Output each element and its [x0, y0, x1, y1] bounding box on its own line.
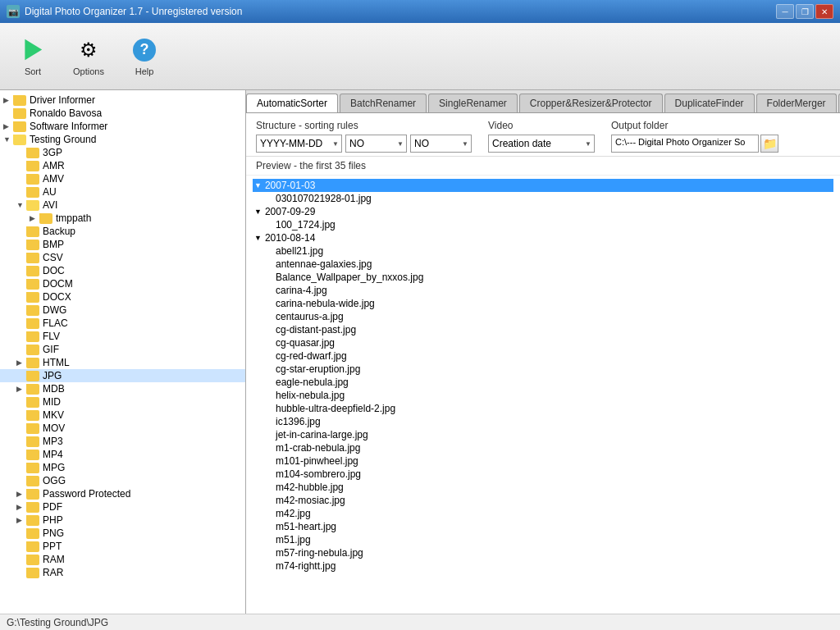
- output-label: Output folder: [611, 120, 778, 131]
- tree-item[interactable]: FLV: [0, 330, 245, 343]
- preview-file-item[interactable]: m1-crab-nebula.jpg: [253, 441, 833, 454]
- preview-file-item[interactable]: m51-heart.jpg: [253, 520, 833, 533]
- tree-item[interactable]: BMP: [0, 238, 245, 251]
- preview-file-item[interactable]: m51.jpg: [253, 533, 833, 546]
- preview-file-item[interactable]: m101-pinwheel.jpg: [253, 454, 833, 468]
- tab-cropper[interactable]: Cropper&Resizer&Protector: [519, 94, 663, 112]
- preview-file-item[interactable]: centaurus-a.jpg: [253, 310, 833, 323]
- preview-file-item[interactable]: m42-hubble.jpg: [253, 481, 833, 494]
- folder-icon: [26, 148, 39, 158]
- tree-item[interactable]: FLAC: [0, 317, 245, 330]
- preview-file-item[interactable]: m104-sombrero.jpg: [253, 468, 833, 481]
- preview-file-item[interactable]: m74-rightt.jpg: [253, 559, 833, 573]
- tree-item[interactable]: Backup: [0, 225, 245, 238]
- video-label: Video: [488, 120, 595, 131]
- folder-icon: [26, 318, 39, 329]
- preview-file-item[interactable]: 100_1724.jpg: [253, 218, 833, 231]
- preview-date-row[interactable]: ▼2010-08-14: [253, 231, 833, 244]
- tree-item[interactable]: PPT: [0, 540, 245, 553]
- preview-file-item[interactable]: eagle-nebula.jpg: [253, 376, 833, 389]
- tree-item[interactable]: DOCM: [0, 277, 245, 290]
- date-format-select[interactable]: YYYY-MM-DD YYYY-MM YYYY MM-DD-YYYY DD-MM…: [256, 135, 342, 153]
- preview-file-item[interactable]: m57-ring-nebula.jpg: [253, 546, 833, 559]
- preview-file-item[interactable]: m42-mosiac.jpg: [253, 494, 833, 507]
- tree-item[interactable]: PNG: [0, 527, 245, 540]
- tree-item-label: PHP: [43, 514, 63, 526]
- options-button[interactable]: ⚙ Options: [62, 28, 115, 85]
- folder-icon: [26, 331, 39, 342]
- tree-item[interactable]: ▶Software Informer: [0, 120, 245, 133]
- tree-item-label: Ronaldo Bavosa: [30, 107, 102, 119]
- preview-file-item[interactable]: cg-quasar.jpg: [253, 336, 833, 349]
- tree-item[interactable]: MID: [0, 395, 245, 409]
- tree-item[interactable]: RAM: [0, 553, 245, 566]
- sort-button[interactable]: Sort: [7, 28, 59, 85]
- tree-item[interactable]: MPG: [0, 461, 245, 474]
- preview-date-row[interactable]: ▼2007-01-03: [253, 179, 833, 192]
- tree-item[interactable]: AMV: [0, 172, 245, 185]
- tab-single-renamer[interactable]: SingleRenamer: [428, 94, 518, 112]
- tree-item[interactable]: ▼Testing Ground: [0, 133, 245, 146]
- browse-button[interactable]: 📁: [760, 135, 778, 153]
- tree-item[interactable]: DOCX: [0, 290, 245, 304]
- preview-file-item[interactable]: helix-nebula.jpg: [253, 389, 833, 402]
- folder-tree[interactable]: ▶Driver InformerRonaldo Bavosa▶Software …: [0, 90, 245, 614]
- minimize-button[interactable]: ─: [776, 4, 794, 19]
- tree-item[interactable]: ▶tmppath: [0, 212, 245, 225]
- video-select[interactable]: Creation date Modification date: [488, 135, 595, 153]
- tree-item[interactable]: AU: [0, 185, 245, 199]
- tree-item[interactable]: GIF: [0, 343, 245, 356]
- close-button[interactable]: ✕: [815, 4, 833, 19]
- tree-item[interactable]: JPG: [0, 369, 245, 382]
- maximize-button[interactable]: ❐: [796, 4, 814, 19]
- tree-item[interactable]: MKV: [0, 409, 245, 422]
- folder-icon: [26, 410, 39, 421]
- preview-date-row[interactable]: ▼2007-09-29: [253, 205, 833, 218]
- preview-file-item[interactable]: cg-star-eruption.jpg: [253, 363, 833, 376]
- tree-item[interactable]: ▶PDF: [0, 500, 245, 514]
- tree-item[interactable]: ▶Driver Informer: [0, 94, 245, 107]
- tree-item[interactable]: MP3: [0, 435, 245, 448]
- tree-item[interactable]: OGG: [0, 474, 245, 487]
- subfolder1-select[interactable]: NO YES: [345, 135, 407, 153]
- tab-duplicate-finder[interactable]: DuplicateFinder: [664, 94, 755, 112]
- tree-item[interactable]: DWG: [0, 304, 245, 317]
- tree-item-label: PNG: [43, 527, 64, 539]
- tree-item[interactable]: MOV: [0, 422, 245, 435]
- preview-file-item[interactable]: ic1396.jpg: [253, 415, 833, 428]
- help-button[interactable]: ? Help: [118, 28, 171, 85]
- tree-item[interactable]: ▶HTML: [0, 356, 245, 369]
- tab-auto-sorter[interactable]: AutomaticSorter: [246, 94, 338, 113]
- preview-file-item[interactable]: carina-4.jpg: [253, 284, 833, 297]
- preview-file-item[interactable]: carina-nebula-wide.jpg: [253, 297, 833, 310]
- tree-item[interactable]: 3GP: [0, 146, 245, 159]
- preview-file-item[interactable]: cg-distant-past.jpg: [253, 323, 833, 336]
- tab-bar: AutomaticSorterBatchRenamerSingleRenamer…: [246, 90, 840, 113]
- tree-item[interactable]: ▶MDB: [0, 382, 245, 395]
- tree-item[interactable]: MP4: [0, 448, 245, 461]
- tree-item[interactable]: RAR: [0, 566, 245, 579]
- preview-file-item[interactable]: antennae-galaxies.jpg: [253, 258, 833, 271]
- preview-file-item[interactable]: jet-in-carina-large.jpg: [253, 428, 833, 441]
- tree-item-label: tmppath: [56, 212, 91, 224]
- tree-item[interactable]: ▶Password Protected: [0, 487, 245, 500]
- tree-item[interactable]: ▶PHP: [0, 514, 245, 527]
- tab-batch-renamer[interactable]: BatchRenamer: [340, 94, 427, 112]
- tree-item-label: PDF: [43, 501, 62, 513]
- tree-item[interactable]: Ronaldo Bavosa: [0, 107, 245, 120]
- subfolder2-select[interactable]: NO YES: [410, 135, 472, 153]
- subfolder1-wrapper: NO YES: [345, 135, 407, 153]
- preview-file-item[interactable]: cg-red-dwarf.jpg: [253, 349, 833, 363]
- tree-item[interactable]: DOC: [0, 264, 245, 277]
- tab-folder-merger[interactable]: FolderMerger: [756, 94, 837, 112]
- tree-item[interactable]: CSV: [0, 251, 245, 264]
- tree-item[interactable]: ▼AVI: [0, 199, 245, 212]
- preview-file-item[interactable]: abell21.jpg: [253, 244, 833, 258]
- preview-file-item[interactable]: m42.jpg: [253, 507, 833, 520]
- preview-file-item[interactable]: Balance_Wallpaper_by_nxxos.jpg: [253, 271, 833, 284]
- preview-tree[interactable]: ▼2007-01-03030107021928-01.jpg▼2007-09-2…: [246, 176, 840, 614]
- preview-file-item[interactable]: 030107021928-01.jpg: [253, 192, 833, 205]
- preview-file-item[interactable]: hubble-ultra-deepfield-2.jpg: [253, 402, 833, 415]
- tree-item[interactable]: AMR: [0, 159, 245, 172]
- folder-icon: [26, 200, 39, 211]
